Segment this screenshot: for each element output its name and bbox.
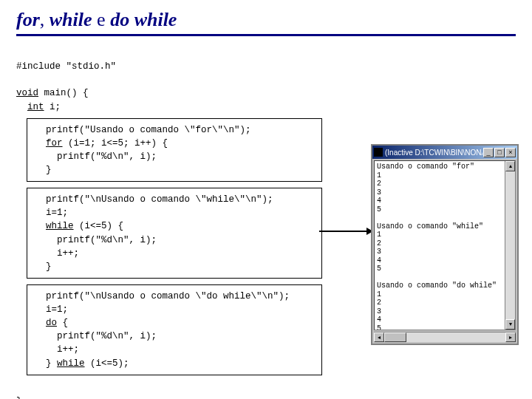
for-box: printf("Usando o comando \"for\"\n"); fo…: [27, 118, 322, 183]
kw-for: for: [46, 138, 63, 149]
arrow-icon: [319, 231, 372, 232]
window-title: (Inactive D:\TCWIN\BIN\NONA...: [385, 149, 482, 157]
while-box: printf("\nUsando o comando \"while\"\n")…: [27, 188, 322, 279]
kw-void: void: [16, 88, 38, 98]
vertical-scrollbar[interactable]: ▴ ▾: [505, 161, 515, 330]
scroll-down-button[interactable]: ▾: [505, 319, 515, 330]
minimize-button[interactable]: _: [483, 148, 494, 157]
kw-do: do: [46, 318, 57, 328]
app-icon: [374, 148, 383, 157]
kw-while2: while: [57, 358, 85, 369]
console-window: (Inactive D:\TCWIN\BIN\NONA... _ □ × Usa…: [371, 144, 519, 345]
console-output: Usando o comando "for" 1 2 3 4 5 Usando …: [375, 161, 505, 330]
horizontal-scrollbar[interactable]: ◂ ▸: [374, 332, 516, 342]
maximize-button[interactable]: □: [494, 148, 505, 157]
kw-int: int: [27, 102, 44, 112]
slide-title: for, while e do while: [16, 9, 516, 31]
titlebar[interactable]: (Inactive D:\TCWIN\BIN\NONA... _ □ ×: [372, 146, 517, 159]
include-line: #include "stdio.h": [16, 61, 116, 72]
scroll-up-button[interactable]: ▴: [505, 161, 515, 171]
close-brace: }: [16, 396, 22, 399]
scroll-left-button[interactable]: ◂: [374, 332, 384, 342]
scroll-right-button[interactable]: ▸: [505, 332, 516, 342]
title-kw-for: for: [16, 9, 40, 30]
scroll-thumb[interactable]: [384, 332, 406, 342]
close-button[interactable]: ×: [505, 148, 516, 157]
scroll-track-h[interactable]: [406, 332, 505, 342]
title-kw-while: while: [50, 9, 92, 30]
title-rule: [16, 34, 516, 36]
kw-while: while: [46, 221, 74, 231]
console-body: Usando o comando "for" 1 2 3 4 5 Usando …: [374, 160, 516, 330]
title-kw-dowhile: do while: [110, 9, 177, 30]
scroll-track[interactable]: [505, 171, 515, 319]
dowhile-box: printf("\nUsando o comando \"do while\"\…: [27, 284, 322, 375]
